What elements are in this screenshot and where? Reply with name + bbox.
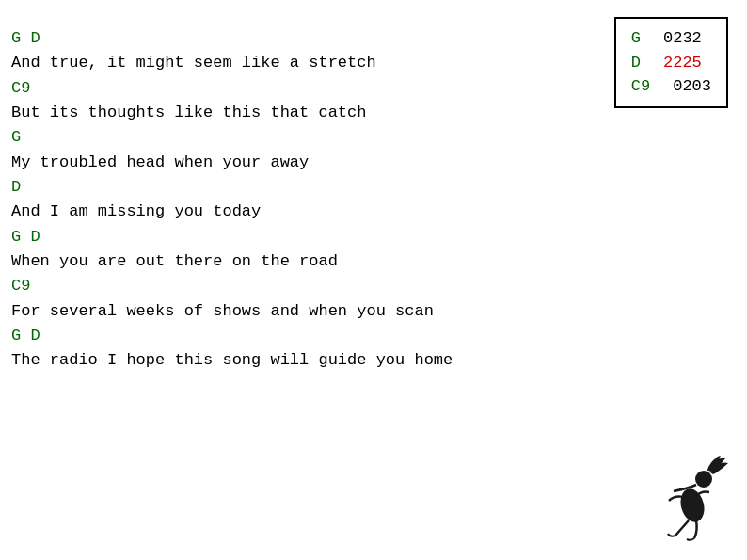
chord-c9: C9 0203 xyxy=(631,74,711,99)
chord-d-frets: 2225 xyxy=(663,51,702,75)
chord-g: G 0232 xyxy=(631,26,711,51)
kokopelli-figure xyxy=(655,449,730,543)
svg-point-1 xyxy=(695,471,712,488)
chord-row: G D xyxy=(11,225,747,249)
lyric-row: For several weeks of shows and when you … xyxy=(11,299,747,324)
chord-row: C9 xyxy=(11,274,747,298)
chord-row: D xyxy=(11,175,747,200)
lyric-row: My troubled head when your away xyxy=(11,151,747,175)
chord-c9-frets: 0203 xyxy=(673,74,711,99)
chord-g-frets: 0232 xyxy=(663,26,702,51)
page-title xyxy=(0,0,747,17)
chord-box: G 0232 D 2225 C9 0203 xyxy=(614,17,728,108)
lyric-row: When you are out there on the road xyxy=(11,249,747,274)
chord-row: G xyxy=(11,125,747,150)
chord-c9-name: C9 xyxy=(631,74,650,99)
chord-row: G D xyxy=(11,324,747,348)
chord-d: D 2225 xyxy=(631,51,711,75)
lyric-row: The radio I hope this song will guide yo… xyxy=(11,348,747,373)
chord-d-name: D xyxy=(631,51,641,75)
lyric-row: And I am missing you today xyxy=(11,200,747,224)
chord-g-name: G xyxy=(631,26,641,51)
